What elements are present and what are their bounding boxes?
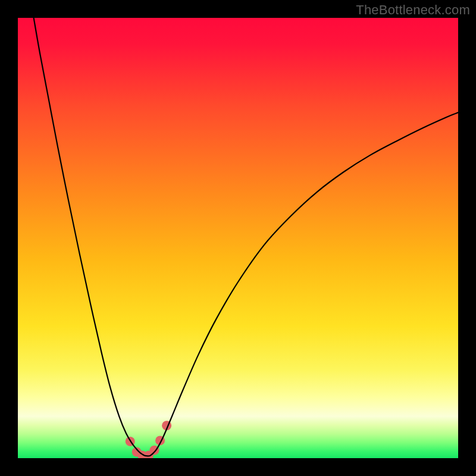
watermark-text: TheBottleneck.com bbox=[356, 2, 470, 18]
curve-left-branch bbox=[34, 18, 143, 455]
curve-right-branch bbox=[152, 112, 458, 454]
curve-layer bbox=[18, 18, 458, 458]
chart-frame: TheBottleneck.com bbox=[0, 0, 476, 476]
plot-area bbox=[18, 18, 458, 458]
valley-markers bbox=[126, 421, 171, 458]
